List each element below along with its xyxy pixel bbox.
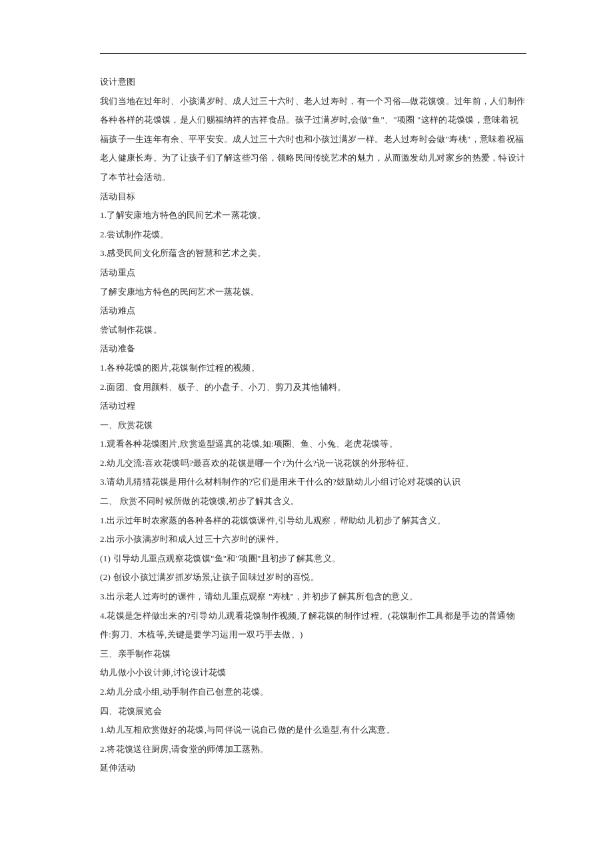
goals-item-3: 3.感受民间文化所蕴含的智慧和艺术之美。 [100, 244, 526, 263]
process-part1-item-2: 2.幼儿交流:喜欢花馍吗?最喜欢的花馍是哪一个?为什么?说一说花馍的外形特征。 [100, 454, 526, 473]
process-part3-item-2: 2.幼儿分成小组,动手制作自己创意的花馍。 [100, 683, 526, 702]
process-part2-item-4: (2) 创设小孩过满岁抓岁场景,让孩子回味过岁时的喜悦。 [100, 568, 526, 587]
process-part2-title: 二、 欣赏不同时候所做的花馍馍,初步了解其含义。 [100, 492, 526, 511]
process-part2-item-3: (1) 引导幼儿重点观察花馍馍"鱼"和"项圈"且初步了解其意义。 [100, 549, 526, 569]
preparation-title: 活动准备 [100, 339, 526, 359]
goals-title: 活动目标 [100, 187, 526, 207]
horizontal-separator [100, 53, 526, 54]
focus-title: 活动重点 [100, 263, 526, 283]
difficulty-title: 活动难点 [100, 301, 526, 321]
process-part1-item-3: 3.请幼儿猜猜花馍是用什么材料制作的?它们是用来干什么的?鼓励幼儿小组讨论对花馍… [100, 473, 526, 492]
preparation-item-2: 2.面团、食用颜料、板子、的小盘子、小刀、剪刀及其他辅料。 [100, 378, 526, 397]
process-part1-title: 一、欣赏花馍 [100, 416, 526, 435]
process-part2-item-2: 2.出示小孩满岁时和成人过三十六岁时的课件。 [100, 530, 526, 549]
process-part3-item-1: 幼儿做小小设计师,讨论设计花馍 [100, 663, 526, 683]
process-part4-item-1: 1.幼儿互相欣赏做好的花馍,与同伴说一说自己做的是什么造型,有什么寓意。 [100, 721, 526, 740]
extension-title: 延伸活动 [100, 759, 526, 778]
process-part2-item-5: 3.出示老人过寿时的课件，请幼儿重点观察 "寿桃"，并初步了解其所包含的意义。 [100, 587, 526, 607]
process-part4-item-2: 2.将花馍送往厨房,请食堂的师傅加工蒸熟。 [100, 740, 526, 759]
process-part2-item-6: 4.花馍是怎样做出来的?引导幼儿观看花馍制作视频,了解花馍的制作过程。(花馍制作… [100, 607, 526, 645]
document-content: 设计意图 我们当地在过年时、小孩满岁时、成人过三十六时、老人过寿时，有一个习俗—… [100, 73, 526, 778]
process-part4-title: 四、花馍展览会 [100, 702, 526, 721]
focus-body: 了解安康地方特色的民间艺术一蒸花馍。 [100, 283, 526, 302]
process-part1-item-1: 1.观看各种花馍图片,欣赏造型逼真的花馍,如:项圈、鱼、小兔、老虎花馍等。 [100, 435, 526, 454]
process-part3-title: 三、亲手制作花馍 [100, 645, 526, 664]
process-part2-item-1: 1.出示过年时农家蒸的各种各样的花馍馍课件,引导幼儿观察，帮助幼儿初步了解其含义… [100, 511, 526, 531]
design-intent-title: 设计意图 [100, 73, 526, 92]
difficulty-body: 尝试制作花馍。 [100, 321, 526, 340]
goals-item-2: 2.尝试制作花馍。 [100, 225, 526, 245]
process-title: 活动过程 [100, 397, 526, 416]
preparation-item-1: 1.各种花馍的图片,花馍制作过程的视频。 [100, 359, 526, 378]
design-intent-body: 我们当地在过年时、小孩满岁时、成人过三十六时、老人过寿时，有一个习俗—做花馍馍。… [100, 92, 526, 187]
goals-item-1: 1.了解安康地方特色的民间艺术一蒸花馍。 [100, 206, 526, 225]
